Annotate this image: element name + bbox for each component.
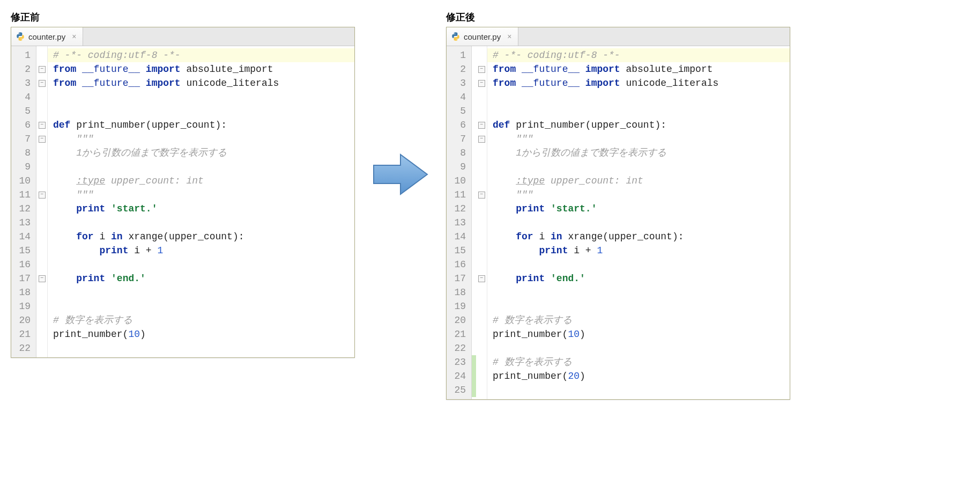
fold-marker	[476, 230, 487, 244]
code-line[interactable]: """	[493, 188, 784, 202]
before-label: 修正前	[11, 11, 355, 24]
code-line[interactable]: from __future__ import unicode_literals	[493, 76, 784, 90]
code-line[interactable]	[493, 104, 784, 118]
fold-marker	[36, 285, 47, 299]
fold-marker[interactable]: −	[36, 76, 47, 90]
diff-marker	[472, 299, 476, 313]
line-number: 18	[13, 285, 31, 299]
code-line[interactable]: print 'start.'	[493, 202, 784, 216]
comparison-container: 修正前 counter.py × 12345678910111213141516…	[11, 11, 969, 400]
line-number: 3	[13, 76, 31, 90]
line-number: 16	[449, 258, 466, 271]
line-number: 9	[13, 160, 31, 174]
code-content[interactable]: # -*- coding:utf-8 -*-from __future__ im…	[48, 46, 354, 357]
code-line[interactable]: """	[493, 132, 784, 146]
after-panel: 修正後 counter.py × 12345678910111213141516…	[446, 11, 790, 400]
code-line[interactable]: print i + 1	[493, 244, 784, 258]
fold-marker	[36, 90, 47, 104]
code-line[interactable]: from __future__ import unicode_literals	[53, 76, 349, 90]
fold-marker[interactable]: −	[36, 271, 47, 285]
code-line[interactable]	[493, 341, 784, 355]
code-line[interactable]	[493, 216, 784, 230]
code-line[interactable]	[53, 258, 349, 271]
fold-marker[interactable]: −	[476, 271, 487, 285]
fold-marker[interactable]: −	[476, 76, 487, 90]
code-line[interactable]: print i + 1	[53, 244, 349, 258]
code-line[interactable]: # 数字を表示する	[53, 313, 349, 327]
close-icon[interactable]: ×	[507, 32, 511, 41]
fold-marker[interactable]: −	[476, 118, 487, 132]
fold-column[interactable]: −−−−−−	[476, 46, 487, 399]
code-line[interactable]	[53, 90, 349, 104]
code-area-after[interactable]: 1234567891011121314151617181920212223242…	[447, 46, 790, 399]
arrow-icon	[366, 11, 435, 199]
line-number: 1	[13, 48, 31, 62]
fold-marker[interactable]: −	[36, 62, 47, 76]
line-number: 11	[13, 188, 31, 202]
line-number: 10	[13, 174, 31, 188]
code-line[interactable]	[53, 216, 349, 230]
close-icon[interactable]: ×	[72, 32, 76, 41]
code-line[interactable]	[53, 104, 349, 118]
code-line[interactable]: 1から引数の値まで数字を表示する	[493, 146, 784, 160]
code-line[interactable]: :type upper_count: int	[493, 174, 784, 188]
line-number: 12	[449, 202, 466, 216]
code-line[interactable]: def print_number(upper_count):	[53, 118, 349, 132]
code-line[interactable]: print_number(10)	[53, 327, 349, 341]
code-line[interactable]	[493, 383, 784, 397]
fold-marker	[36, 341, 47, 355]
code-line[interactable]: def print_number(upper_count):	[493, 118, 784, 132]
code-line[interactable]	[493, 299, 784, 313]
editor-after: counter.py × 123456789101112131415161718…	[446, 27, 790, 400]
code-line[interactable]	[493, 285, 784, 299]
line-number: 24	[449, 369, 466, 383]
code-line[interactable]: print 'end.'	[53, 271, 349, 285]
code-line[interactable]: :type upper_count: int	[53, 174, 349, 188]
file-tab[interactable]: counter.py ×	[447, 27, 518, 46]
line-number-gutter: 1234567891011121314151617181920212223242…	[447, 46, 472, 399]
code-line[interactable]: print_number(20)	[493, 369, 784, 383]
fold-marker	[476, 160, 487, 174]
code-line[interactable]: from __future__ import absolute_import	[493, 62, 784, 76]
code-line[interactable]	[53, 285, 349, 299]
code-line[interactable]	[493, 258, 784, 271]
fold-marker	[476, 174, 487, 188]
code-area-before[interactable]: 12345678910111213141516171819202122 −−−−…	[11, 46, 354, 357]
code-line[interactable]: """	[53, 132, 349, 146]
code-line[interactable]	[53, 341, 349, 355]
fold-marker[interactable]: −	[476, 188, 487, 202]
fold-marker	[36, 327, 47, 341]
code-line[interactable]: 1から引数の値まで数字を表示する	[53, 146, 349, 160]
code-line[interactable]: for i in xrange(upper_count):	[493, 230, 784, 244]
line-number: 5	[449, 104, 466, 118]
code-line[interactable]	[53, 160, 349, 174]
file-tab[interactable]: counter.py ×	[11, 27, 83, 46]
code-line[interactable]: from __future__ import absolute_import	[53, 62, 349, 76]
diff-marker	[472, 132, 476, 146]
fold-marker	[36, 299, 47, 313]
fold-marker[interactable]: −	[36, 188, 47, 202]
code-line[interactable]: # -*- coding:utf-8 -*-	[48, 48, 354, 62]
line-number: 9	[449, 160, 466, 174]
diff-marker	[472, 271, 476, 285]
code-line[interactable]	[53, 299, 349, 313]
code-line[interactable]: print 'end.'	[493, 271, 784, 285]
fold-marker[interactable]: −	[476, 132, 487, 146]
fold-marker[interactable]: −	[476, 62, 487, 76]
diff-marker	[472, 160, 476, 174]
code-line[interactable]	[493, 90, 784, 104]
code-line[interactable]: """	[53, 188, 349, 202]
code-line[interactable]: print 'start.'	[53, 202, 349, 216]
code-line[interactable]: # 数字を表示する	[493, 355, 784, 369]
code-line[interactable]: for i in xrange(upper_count):	[53, 230, 349, 244]
code-line[interactable]: # 数字を表示する	[493, 313, 784, 327]
code-line[interactable]: # -*- coding:utf-8 -*-	[487, 48, 790, 62]
code-line[interactable]	[493, 160, 784, 174]
fold-marker[interactable]: −	[36, 118, 47, 132]
fold-marker[interactable]: −	[36, 132, 47, 146]
line-number: 18	[449, 285, 466, 299]
code-content[interactable]: # -*- coding:utf-8 -*-from __future__ im…	[487, 46, 790, 399]
fold-marker	[476, 146, 487, 160]
fold-column[interactable]: −−−−−−	[36, 46, 48, 357]
code-line[interactable]: print_number(10)	[493, 327, 784, 341]
